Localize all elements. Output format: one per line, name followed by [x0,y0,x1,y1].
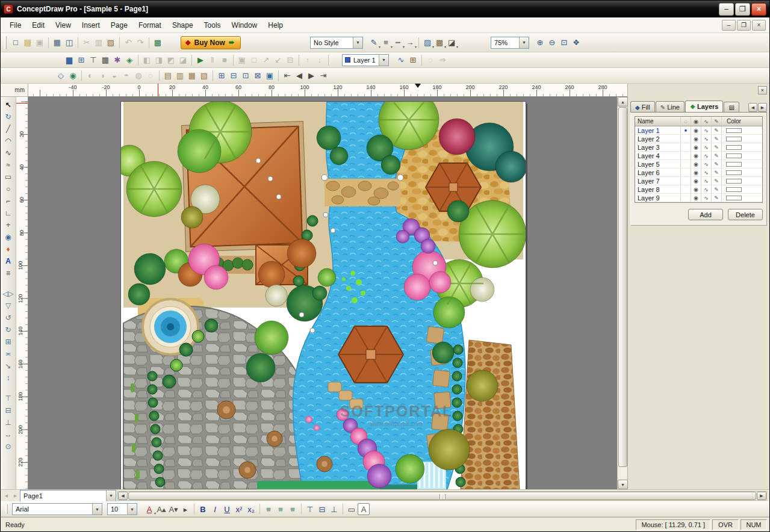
panel-close-icon[interactable]: × [758,86,767,94]
layer-active-indicator[interactable] [681,135,691,143]
visible-column-header[interactable]: ◉ [691,117,701,126]
layer-curve-icon[interactable]: ∿ [701,126,712,134]
mdi-close-button[interactable]: × [752,20,766,31]
scale-down-icon[interactable]: ↙ [272,54,284,66]
layer-curve-icon[interactable]: ∿ [701,169,712,176]
layer-color-swatch[interactable] [722,126,746,134]
distribute-icon[interactable]: ◪ [177,54,189,66]
dropdown-arrow-icon[interactable] [127,504,137,515]
toolbar-handle[interactable] [5,504,8,515]
name-column-header[interactable]: Name [635,117,681,126]
group-icon[interactable]: ▣ [236,54,248,66]
layer-active-indicator[interactable] [681,185,691,193]
layer-color-swatch[interactable] [722,169,746,176]
layer-row[interactable]: Layer 9◉∿✎ [635,194,762,202]
layer-name[interactable]: Layer 7 [635,177,681,185]
drawing-scale-icon[interactable]: ⊤ [87,54,99,66]
shape-tool-icon[interactable]: ◇ [55,70,67,82]
scroll-left-icon[interactable]: ◀ [118,492,128,500]
layer-visible-icon[interactable]: ◉ [691,160,701,168]
mdi-restore-button[interactable]: ❐ [737,20,751,31]
layer-active-indicator[interactable]: ● [681,126,691,134]
zoom-combobox[interactable]: 75% [491,37,529,49]
send-back-icon[interactable]: ↓ [314,54,326,66]
text-box-icon[interactable]: A [358,503,370,515]
move-tool-icon[interactable]: + [2,219,15,231]
align-middle-icon[interactable]: ⊟ [2,404,15,416]
vertical-ruler[interactable]: 20406080100120140160180200220 [16,97,28,489]
print-icon[interactable]: ▦ [51,37,63,49]
page-preview-icon[interactable]: ⊡ [240,70,252,82]
freehand-tool-icon[interactable]: ≈ [2,159,15,171]
layer-curve-icon[interactable]: ∿ [701,185,712,193]
crop-icon[interactable]: ⊟ [284,54,296,66]
layer-curve-icon[interactable]: ∿ [701,177,712,185]
layer-color-swatch[interactable] [722,135,746,143]
text-block-tool-icon[interactable]: ≡ [2,267,15,279]
export-icon[interactable]: ⇒ [436,54,449,66]
layer-color-swatch[interactable] [722,177,746,185]
tab-line[interactable]: ✎ Line [656,101,685,112]
layer-row[interactable]: Layer 8◉∿✎ [635,185,762,194]
layer-edit-icon[interactable]: ✎ [712,126,722,134]
layer-active-indicator[interactable] [681,143,691,151]
layer-name[interactable]: Layer 2 [635,135,681,143]
fragment-icon[interactable]: ◍ [132,70,144,82]
menu-tools[interactable]: Tools [199,19,226,32]
layer-visible-icon[interactable]: ◉ [691,194,701,202]
menu-edit[interactable]: Edit [26,19,50,32]
minimize-button[interactable]: – [719,3,734,16]
stamp-tool-icon[interactable]: ♦ [2,243,15,255]
size-shapes-icon[interactable]: ↘ [2,360,15,372]
dropdown-arrow-icon[interactable] [106,490,116,501]
view-tool-icon[interactable]: ◉ [2,231,15,243]
hyperlink-icon[interactable]: ◌ [424,54,436,66]
menu-window[interactable]: Window [226,19,263,32]
layer-active-indicator[interactable] [681,160,691,168]
align-text-center-icon[interactable]: ≡ [275,503,287,515]
layer-edit-icon[interactable]: ✎ [712,160,722,168]
pen-style-icon[interactable]: ✎▾ [368,37,380,49]
rotate-left-icon[interactable]: ↺ [2,312,15,324]
copy-icon[interactable]: ▥ [93,37,105,49]
pan-icon[interactable]: ❖ [570,37,582,49]
layer-visible-icon[interactable]: ◉ [691,169,701,176]
ungroup-icon[interactable]: □ [248,54,260,66]
menu-page[interactable]: Page [105,19,133,32]
undo-icon[interactable]: ↶ [122,37,134,49]
color-column-header[interactable]: Color [722,117,746,126]
redo-icon[interactable]: ↷ [134,37,146,49]
layer-edit-icon[interactable]: ✎ [712,135,722,143]
layer-visible-icon[interactable]: ◉ [691,126,701,134]
scroll-down-icon[interactable]: ▼ [618,480,628,489]
document-page[interactable]: SOFTPORTAL www.softportal.com [121,102,526,489]
layer-curve-icon[interactable]: ∿ [701,143,712,151]
layer-color-swatch[interactable] [722,152,746,159]
arc-tool-icon[interactable]: ◠ [2,135,15,147]
dropdown-arrow-icon[interactable] [379,55,388,66]
layer-active-indicator[interactable] [681,194,691,202]
font-size-combobox[interactable]: 10 [107,503,137,515]
layer-row[interactable]: Layer 2◉∿✎ [635,135,762,143]
bring-front-icon[interactable]: ↑ [302,54,314,66]
shadow-icon[interactable]: ◪▾ [446,37,458,49]
menu-file[interactable]: File [4,19,26,32]
layer-row[interactable]: Layer 1●◉∿✎ [635,126,762,135]
last-page-icon[interactable]: ⇥ [317,70,329,82]
save-icon[interactable]: ▣ [34,37,46,49]
add-layer-button[interactable]: Add [688,209,723,220]
layer-visible-icon[interactable]: ◉ [691,185,701,193]
layer-color-swatch[interactable] [722,143,746,151]
combine-icon[interactable]: ◓ [120,70,132,82]
horizontal-scroll-thumb[interactable] [128,492,756,500]
menu-shape[interactable]: Shape [167,19,199,32]
align-left-icon[interactable]: ◧ [141,54,153,66]
buy-now-button[interactable]: ◆ Buy Now ➠ [181,36,241,49]
align-text-left-icon[interactable]: ≡ [262,503,275,515]
layer-name[interactable]: Layer 8 [635,185,681,193]
first-page-icon[interactable]: ⇤ [281,70,293,82]
prev-page-icon[interactable]: ◀ [293,70,305,82]
layer-active-indicator[interactable] [681,152,691,159]
menu-help[interactable]: Help [262,19,288,32]
scroll-right-icon[interactable]: ▶ [757,492,766,500]
